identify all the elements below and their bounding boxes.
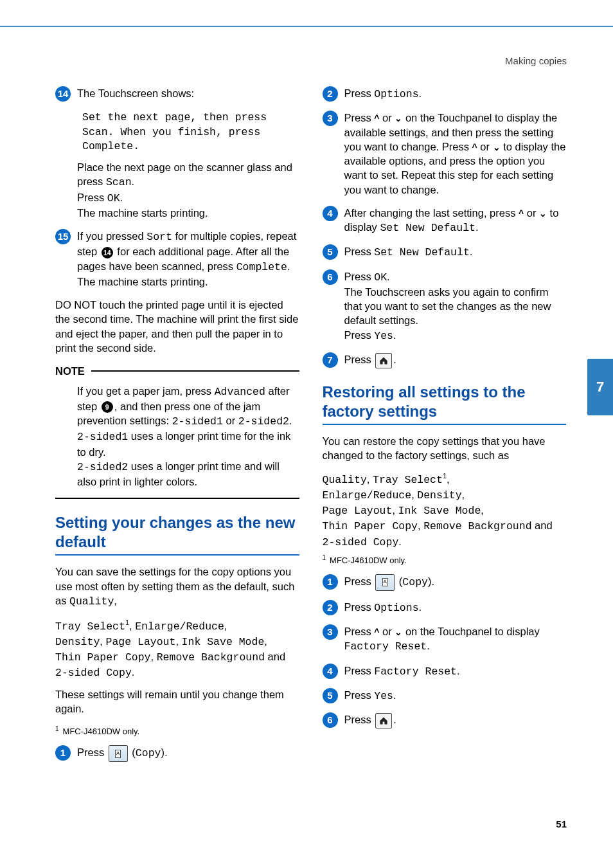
restoring-intro: You can restore the copy settings that y… [323,434,567,463]
note-heading: NOTE [55,364,299,378]
heading-restoring-factory: Restoring all settings to the factory se… [323,383,567,425]
step14-lead: The Touchscreen shows: [77,86,299,100]
chevron-down-icon: ⌄ [539,208,547,219]
step-badge-4: 4 [323,664,338,679]
step14-p3: The machine starts printing. [77,206,299,220]
step-badge-2: 2 [323,600,338,615]
right-step-7: 7 Press . [323,352,567,368]
step-badge-2: 2 [323,86,338,102]
setting-default-intro: You can save the settings for the copy o… [55,565,299,609]
left-step-1: 1 Press A (Copy). [55,745,299,762]
right-step-5: 5 Press Set New Default. [323,244,567,260]
setting-default-remain: These settings will remain until you cha… [55,687,299,716]
note-end-rule [55,498,299,499]
step-14: 14 The Touchscreen shows: Set the next p… [55,86,299,220]
chevron-up-icon: ^ [472,142,477,152]
right-step-2: 2 Press Options. [323,86,567,102]
touchscreen-message: Set the next page, then press Scan. When… [82,111,299,154]
restore-step-1: 1 Press A (Copy). [323,574,567,591]
step15-p1: If you pressed Sort for multiple copies,… [77,229,299,275]
restore-step-2: 2 Press Options. [323,600,567,615]
home-icon [375,353,392,368]
step14-p1: Place the next page on the scanner glass… [77,160,299,190]
step15-p2: The machine starts printing. [77,275,299,289]
step-badge-3: 3 [323,111,338,126]
page-top-rule [0,26,613,27]
home-icon [375,713,392,728]
copy-icon: A [109,745,128,762]
step-badge-7: 7 [323,352,338,368]
ref-badge-14: 14 [102,247,113,258]
step-badge-14: 14 [55,86,71,102]
restoring-options: Quality, Tray Select1, Enlarge/Reduce, D… [323,471,567,550]
step-badge-6: 6 [323,712,338,728]
restore-step-3: 3 Press ^ or ⌄ on the Touchpanel to disp… [323,624,567,655]
footnote-1-left: 1MFC-J4610DW only. [55,725,299,737]
step-badge-1: 1 [323,574,338,590]
setting-default-options: Tray Select1, Enlarge/Reduce, Density, P… [55,618,299,681]
restore-step-4: 4 Press Factory Reset. [323,664,567,679]
footnote-1-right: 1MFC-J4610DW only. [323,554,567,566]
step-badge-1: 1 [55,745,71,761]
step-badge-5: 5 [323,244,338,260]
chevron-down-icon: ⌄ [395,627,402,637]
copy-icon: A [375,574,395,591]
step-badge-4: 4 [323,206,338,221]
step-badge-6: 6 [323,269,338,285]
do-not-touch-paragraph: DO NOT touch the printed page until it i… [55,298,299,355]
note-body: If you get a paper jam, press Advanced a… [77,384,299,489]
note-rule [91,370,299,372]
chapter-tab: 7 [587,359,613,415]
step-badge-5: 5 [323,688,338,703]
right-step-6: 6 Press OK. The Touchscreen asks you aga… [323,269,567,343]
right-step-3: 3 Press ^ or ⌄ on the Touchpanel to disp… [323,111,567,197]
chevron-up-icon: ^ [519,208,524,219]
restore-step-5: 5 Press Yes. [323,688,567,703]
chevron-down-icon: ⌄ [395,113,402,123]
right-step-4: 4 After changing the last setting, press… [323,206,567,236]
step-badge-3: 3 [323,624,338,640]
step-15: 15 If you pressed Sort for multiple copi… [55,229,299,289]
chevron-down-icon: ⌄ [493,142,501,152]
heading-setting-default: Setting your changes as the new default [55,513,299,556]
page-number: 51 [556,818,567,831]
step14-p2: Press OK. [77,190,299,206]
breadcrumb: Making copies [505,55,567,68]
restore-step-6: 6 Press . [323,712,567,728]
step-badge-15: 15 [55,229,71,244]
note-label: NOTE [55,364,85,378]
right-column: 2 Press Options. 3 Press ^ or ⌄ on the T… [323,84,567,771]
left-column: 14 The Touchscreen shows: Set the next p… [55,84,299,771]
ref-badge-9: 9 [102,401,113,413]
